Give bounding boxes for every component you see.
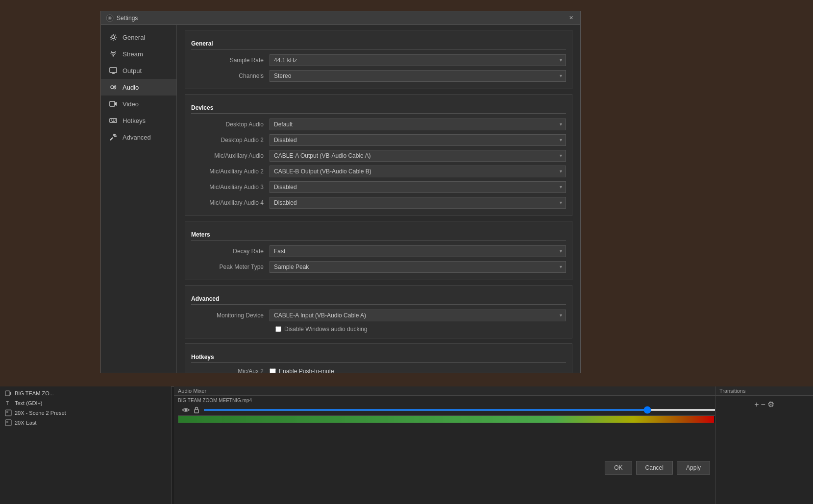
monitoring-device-row: Monitoring Device CABLE-A Input (VB-Audi…	[191, 309, 566, 322]
hotkeys-section: Hotkeys Mic/Aux 2 Enable Push-to-mute Pu…	[185, 343, 572, 373]
svg-rect-13	[115, 120, 116, 120]
channels-control[interactable]: Stereo	[270, 70, 566, 82]
sample-rate-select[interactable]: 44.1 kHz	[270, 54, 566, 66]
peak-meter-control[interactable]: Sample Peak	[270, 261, 566, 273]
sidebar-label-hotkeys: Hotkeys	[123, 117, 146, 124]
svg-rect-14	[112, 121, 115, 122]
visibility-icon[interactable]	[182, 406, 190, 414]
video-icon	[109, 99, 118, 108]
close-button[interactable]: ✕	[567, 15, 575, 21]
mic-aux-control[interactable]: CABLE-A Output (VB-Audio Cable A)	[270, 150, 566, 162]
list-item[interactable]: BIG TEAM ZO...	[2, 388, 169, 398]
decay-rate-select[interactable]: Fast	[270, 245, 566, 257]
disable-ducking-checkbox[interactable]	[275, 326, 281, 332]
sidebar-item-advanced[interactable]: Advanced	[101, 129, 176, 145]
sidebar-item-general[interactable]: General	[101, 29, 176, 46]
desktop-audio2-label: Desktop Audio 2	[191, 137, 270, 144]
titlebar: Settings ✕	[101, 11, 580, 25]
wifi-icon	[109, 49, 118, 58]
svg-point-2	[109, 17, 111, 19]
text-source-icon: T	[5, 400, 12, 407]
sidebar-item-hotkeys[interactable]: Hotkeys	[101, 112, 176, 129]
sample-rate-label: Sample Rate	[191, 57, 270, 64]
source-item-label: 20X - Scene 2 Preset	[15, 410, 66, 416]
decay-rate-control[interactable]: Fast	[270, 245, 566, 257]
mic-aux-select[interactable]: CABLE-A Output (VB-Audio Cable A)	[270, 150, 566, 162]
sample-rate-control[interactable]: 44.1 kHz	[270, 54, 566, 66]
list-item[interactable]: T Text (GDI+)	[2, 398, 169, 408]
desktop-audio2-row: Desktop Audio 2 Disabled	[191, 133, 566, 147]
volume-bar	[178, 416, 714, 423]
apply-button[interactable]: Apply	[677, 461, 710, 475]
desktop-audio2-control[interactable]: Disabled	[270, 134, 566, 146]
transitions-header: Transitions	[715, 386, 813, 396]
svg-rect-11	[111, 120, 112, 120]
titlebar-left: Settings	[106, 14, 138, 22]
sidebar-item-stream[interactable]: Stream	[101, 46, 176, 62]
mic-aux3-control[interactable]: Disabled	[270, 181, 566, 193]
peak-meter-row: Peak Meter Type Sample Peak	[191, 260, 566, 274]
remove-transition-button[interactable]: −	[761, 400, 765, 409]
channels-label: Channels	[191, 72, 270, 79]
sidebar-item-video[interactable]: Video	[101, 96, 176, 112]
volume-slider[interactable]	[203, 409, 761, 411]
mic-aux3-select[interactable]: Disabled	[270, 181, 566, 193]
ok-button[interactable]: OK	[605, 461, 632, 475]
cancel-button[interactable]: Cancel	[636, 461, 673, 475]
scene-source-icon	[5, 409, 12, 416]
content-area: General Sample Rate 44.1 kHz Channels St…	[177, 25, 580, 373]
list-item[interactable]: 20X - Scene 2 Preset	[2, 408, 169, 418]
svg-rect-21	[6, 421, 8, 423]
desktop-audio2-select[interactable]: Disabled	[270, 134, 566, 146]
window-title: Settings	[117, 15, 138, 22]
channels-row: Channels Stereo	[191, 69, 566, 83]
monitoring-device-control[interactable]: CABLE-A Input (VB-Audio Cable A)	[270, 310, 566, 321]
video-source-icon	[5, 390, 12, 397]
transition-settings-button[interactable]: ⚙	[767, 400, 774, 409]
mic-aux-label: Mic/Auxiliary Audio	[191, 152, 270, 159]
monitoring-device-select[interactable]: CABLE-A Input (VB-Audio Cable A)	[270, 310, 566, 321]
mic-aux-row: Mic/Auxiliary Audio CABLE-A Output (VB-A…	[191, 149, 566, 163]
enable-push-to-mute-label: Enable Push-to-mute	[279, 368, 334, 373]
source-item-label: BIG TEAM ZO...	[15, 390, 54, 396]
enable-push-to-mute-checkbox[interactable]	[270, 368, 276, 373]
svg-rect-23	[195, 409, 198, 413]
svg-rect-16	[5, 391, 10, 396]
meters-section: Meters Decay Rate Fast Peak Meter Type S…	[185, 221, 572, 280]
mic-aux2-select[interactable]: CABLE-B Output (VB-Audio Cable B)	[270, 166, 566, 177]
keyboard-icon	[109, 116, 118, 125]
mic-aux2-hotkey-label: Mic/Aux 2	[191, 368, 270, 373]
source-item-label: Text (GDI+)	[15, 400, 43, 406]
mic-aux4-control[interactable]: Disabled	[270, 197, 566, 209]
dialog-buttons: OK Cancel Apply	[605, 461, 710, 475]
sidebar-label-output: Output	[123, 67, 142, 74]
settings-window: Settings ✕ General	[100, 11, 581, 373]
peak-meter-select[interactable]: Sample Peak	[270, 261, 566, 273]
lock-icon[interactable]	[193, 406, 200, 414]
sidebar-item-audio[interactable]: Audio	[101, 79, 176, 96]
mic-aux3-row: Mic/Auxiliary Audio 3 Disabled	[191, 180, 566, 194]
svg-rect-12	[113, 120, 114, 120]
channels-select[interactable]: Stereo	[270, 70, 566, 82]
general-section-header: General	[191, 37, 566, 49]
sidebar-item-output[interactable]: Output	[101, 62, 176, 79]
decay-rate-label: Decay Rate	[191, 248, 270, 255]
list-item[interactable]: 20X East	[2, 418, 169, 428]
sidebar-label-general: General	[123, 34, 145, 41]
peak-meter-label: Peak Meter Type	[191, 264, 270, 270]
source-list: BIG TEAM ZO... T Text (GDI+) 20X - Scene…	[0, 386, 172, 504]
svg-rect-19	[6, 411, 8, 413]
add-transition-button[interactable]: +	[754, 400, 759, 409]
taskbar: BIG TEAM ZO... T Text (GDI+) 20X - Scene…	[0, 386, 813, 504]
desktop-audio-label: Desktop Audio	[191, 121, 270, 128]
disable-ducking-row: Disable Windows audio ducking	[191, 324, 566, 334]
monitoring-device-label: Monitoring Device	[191, 312, 270, 319]
mic-aux2-control[interactable]: CABLE-B Output (VB-Audio Cable B)	[270, 166, 566, 177]
gear-icon	[109, 33, 118, 42]
desktop-audio-select[interactable]: Default	[270, 119, 566, 130]
desktop-audio-control[interactable]: Default	[270, 119, 566, 130]
meters-section-header: Meters	[191, 228, 566, 240]
mic-aux4-select[interactable]: Disabled	[270, 197, 566, 209]
svg-point-8	[111, 86, 114, 89]
devices-section: Devices Desktop Audio Default Desktop Au…	[185, 94, 572, 216]
